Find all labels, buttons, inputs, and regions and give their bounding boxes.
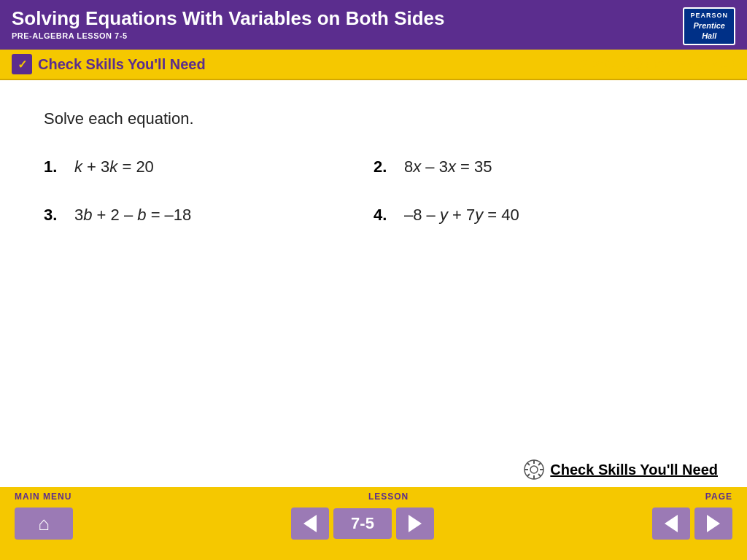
problem-4: 4. –8 – y + 7y = 40 <box>374 198 703 232</box>
bottom-check-skills-link[interactable]: Check Skills You'll Need <box>524 459 718 480</box>
page-prev-button[interactable] <box>652 508 690 540</box>
problem-2: 2. 8x – 3x = 35 <box>374 150 703 184</box>
lesson-nav-group: 7-5 <box>291 508 434 540</box>
page-next-button[interactable] <box>694 508 732 540</box>
chevron-right-icon <box>409 515 422 532</box>
header: Solving Equations With Variables on Both… <box>0 0 747 50</box>
pearson-brand: PEARSON <box>690 12 728 20</box>
lesson-label: LESSON <box>368 491 409 502</box>
home-icon: ⌂ <box>38 513 50 535</box>
svg-line-9 <box>527 474 530 477</box>
solve-instruction: Solve each equation. <box>44 109 703 128</box>
svg-line-6 <box>527 463 530 466</box>
main-menu-label: MAIN MENU <box>15 491 71 502</box>
check-skills-text: Check Skills You'll Need <box>38 56 206 73</box>
lesson-next-button[interactable] <box>396 508 434 540</box>
footer-controls: ⌂ 7-5 <box>0 505 747 547</box>
header-title-block: Solving Equations With Variables on Both… <box>12 7 445 40</box>
chevron-left-icon <box>303 515 317 532</box>
svg-point-1 <box>530 466 538 473</box>
problem-2-equation: 8x – 3x = 35 <box>404 158 492 176</box>
svg-line-8 <box>538 463 541 466</box>
problem-3: 3. 3b + 2 – b = –18 <box>44 198 374 232</box>
problem-1-number: 1. <box>44 158 66 176</box>
svg-line-7 <box>538 474 541 477</box>
check-skills-label: ✓ Check Skills You'll Need <box>12 54 206 74</box>
footer: MAIN MENU LESSON PAGE ⌂ 7-5 <box>0 487 747 560</box>
home-button[interactable]: ⌂ <box>15 508 73 540</box>
main-content: Solve each equation. 1. k + 3k = 20 2. 8… <box>0 80 747 254</box>
problems-grid: 1. k + 3k = 20 2. 8x – 3x = 35 3. 3b + 2… <box>44 150 703 232</box>
bottom-link-text[interactable]: Check Skills You'll Need <box>550 462 718 478</box>
problem-4-equation: –8 – y + 7y = 40 <box>404 206 519 225</box>
main-title: Solving Equations With Variables on Both… <box>12 7 445 30</box>
page-chevron-left-icon <box>665 515 678 532</box>
lesson-prev-button[interactable] <box>291 508 329 540</box>
subtitle: PRE-ALGEBRA LESSON 7-5 <box>12 31 445 40</box>
gear-icon <box>524 459 544 480</box>
for-help-text: (For help, go to Lesson 7-2.) <box>579 58 735 71</box>
problem-1: 1. k + 3k = 20 <box>44 150 374 184</box>
hall-text: Hall <box>690 31 728 41</box>
problem-2-number: 2. <box>374 158 395 176</box>
page-chevron-right-icon <box>707 515 720 532</box>
main-menu-controls: ⌂ <box>15 508 73 540</box>
checkmark-icon: ✓ <box>12 54 32 74</box>
prentice-text: Prentice <box>690 20 728 31</box>
check-banner: ✓ Check Skills You'll Need (For help, go… <box>0 50 747 80</box>
page-label: PAGE <box>705 491 732 502</box>
page-nav-group <box>652 508 732 540</box>
pearson-logo: PEARSON Prentice Hall <box>683 7 735 45</box>
problem-1-equation: k + 3k = 20 <box>74 158 154 176</box>
problem-4-number: 4. <box>374 206 395 225</box>
footer-labels: MAIN MENU LESSON PAGE <box>0 487 747 505</box>
lesson-number-display: 7-5 <box>333 508 392 539</box>
problem-3-equation: 3b + 2 – b = –18 <box>74 206 191 225</box>
problem-3-number: 3. <box>44 206 66 225</box>
